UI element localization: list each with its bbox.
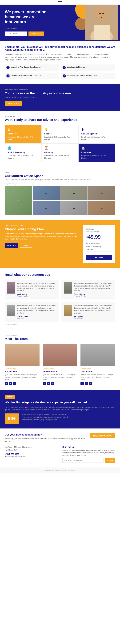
pricing-pre: Choose Your Pricing Plan: [5, 225, 80, 227]
facebook-icon-1[interactable]: f: [5, 382, 8, 385]
service-commerce[interactable]: ⊞ Commerce Sample text. Click to select …: [5, 125, 42, 144]
hero-email-input[interactable]: [5, 32, 27, 36]
contact-address: New York, 4456 Parker Rd, Allentown, New…: [5, 446, 58, 452]
cta-bottom: New York, 4456 Parker Rd, Allentown, New…: [5, 446, 115, 463]
team-socials-1: f t in: [5, 382, 40, 385]
intro-text: Lorem ipsum dolor sit amet, consectetur …: [5, 53, 115, 62]
service-risk[interactable]: ⚙ Risk Management Sample text. Click to …: [78, 125, 115, 144]
signup-desc: Actually, this is quite simple to achiev…: [62, 449, 115, 456]
team-desc-1: Quia amet hinci foram mistake and ac fri…: [5, 374, 40, 381]
testimonial-name-2: Frank Kinney: [74, 293, 113, 295]
testimonial-3: Proin sed libero enim sed faucibus turpi…: [5, 302, 59, 322]
cta-desc: Small or big, your business will love ou…: [5, 438, 87, 442]
gallery-placeholder-6: 📷: [73, 207, 75, 209]
team-photo-2: [43, 344, 78, 366]
mission-pre: Add more speed to your website: [5, 89, 115, 90]
testimonial-role-1: Creative leader: [17, 295, 56, 297]
twitter-icon-1[interactable]: t: [9, 382, 12, 385]
service-desc-3: Sample text. Click to select the Text El…: [81, 136, 112, 141]
buy-now-button[interactable]: BUY NOW: [86, 255, 112, 260]
about-desc: Lorem ipsum dolor sit amet consectetur a…: [5, 406, 115, 411]
team-desc-3: Quia amet hinci foram mistake and ac fri…: [80, 374, 115, 381]
gallery-img-6: 📷: [60, 201, 88, 215]
team-socials-2: f t in: [43, 382, 78, 385]
gallery-section: Gallery Our Modern Office Space Lorem ip…: [0, 167, 120, 220]
team-member-2: Creative leader Ann Richmond Quia amet h…: [43, 344, 78, 385]
service-audit[interactable]: 🌐 Audit & Accounting Sample text. Click …: [5, 144, 42, 162]
testimonial-name-4: Paul Smith: [74, 316, 113, 317]
what-we-do-heading: We're ready to share our advice and expe…: [5, 118, 115, 122]
checklist-label-4: Managing Your Career Development: [67, 74, 97, 76]
cta-heading: Get your free consultation now!: [5, 433, 87, 436]
what-we-do-section: What We Do We're ready to share our advi…: [0, 111, 120, 167]
gallery-image-label: Image from Freepik: [5, 183, 115, 185]
testimonial-4: Proin sed libero enim sed faucibus turpi…: [61, 302, 115, 322]
instagram-icon-2[interactable]: in: [51, 382, 54, 385]
about-stat-desc: Actually, this is quite simple to achiev…: [22, 414, 70, 421]
about-stat-number: 90+: [5, 414, 19, 424]
service-desc-5: Sample text. Click to select the Text El…: [44, 154, 76, 159]
service-desc-4: Sample text. Click to select the Text El…: [8, 154, 39, 159]
facebook-icon-2[interactable]: f: [43, 382, 46, 385]
instagram-icon-3[interactable]: in: [89, 382, 92, 385]
twitter-icon-2[interactable]: t: [47, 382, 50, 385]
team-section: Image from Freepik Meet The Team Creativ…: [0, 330, 120, 390]
gallery-pre: Gallery: [5, 172, 115, 174]
team-desc-2: Quia amet hinci foram mistake and ac fri…: [43, 374, 78, 381]
pricing-desc: Lorem ipsum dolor sit amet consectetur a…: [5, 233, 80, 240]
hero-person-illustration: [85, 5, 118, 40]
gallery-img-7: 📷: [88, 201, 115, 215]
pricing-tab-monthly[interactable]: MONTHLY: [5, 243, 18, 248]
pricing-card-subtitle: Monthly Package: [86, 231, 112, 232]
cta-button[interactable]: FREE CONSULTATION: [90, 433, 115, 438]
signup-form: SUBMIT: [62, 458, 115, 463]
menu-bar: [0, 0, 120, 5]
about-stat-block: 90+ Actually, this is quite simple to ac…: [5, 414, 115, 424]
signup-email-input[interactable]: [62, 458, 104, 463]
gallery-img-4: 📷: [88, 186, 115, 200]
marketing-icon: ⏳: [44, 146, 76, 150]
check-icon-3: [6, 74, 10, 78]
signup-section: Sign me up! Actually, this is quite simp…: [62, 446, 115, 463]
testimonial-1: Proin sed libero enim sed faucibus turpi…: [5, 280, 59, 300]
pricing-tab-yearly[interactable]: YEARLY: [20, 243, 32, 248]
testimonial-content-3: Proin sed libero enim sed faucibus turpi…: [17, 304, 56, 319]
pricing-left: Choose Your Pricing Plan Choose Your Pri…: [5, 225, 80, 248]
hero-contact-button[interactable]: CONTACT US: [28, 32, 44, 36]
about-button[interactable]: ABOUT: [5, 395, 15, 398]
service-marketing[interactable]: ⏳ Marketing Sample text. Click to select…: [42, 144, 78, 162]
instagram-icon-1[interactable]: in: [13, 382, 16, 385]
hero-text-block: We power innovation because we are innov…: [5, 10, 53, 36]
gallery-img-2: 📷: [33, 186, 60, 200]
intro-section: Small or big, your business will love ou…: [0, 41, 120, 84]
gallery-placeholder-2: 📷: [45, 192, 47, 194]
service-experience[interactable]: 🏠 Experience Sample text. Click to selec…: [78, 144, 115, 162]
mission-section: Add more speed to your website Your succ…: [0, 84, 120, 111]
testimonial-role-2: Financial Director: [74, 295, 113, 297]
mission-heading: Your success in the industry is our miss…: [5, 92, 115, 95]
testimonial-avatar-3: [7, 304, 15, 316]
testimonial-avatar-4: [64, 304, 72, 316]
team-photo-3: [80, 344, 115, 366]
svg-point-5: [102, 13, 104, 14]
footer-bottom: Copyright 2024. Click to Select the Text…: [0, 468, 120, 473]
pricing-currency: $: [86, 235, 88, 238]
testimonial-name-1: Jack Almela: [17, 293, 56, 295]
menu-icon[interactable]: [58, 1, 62, 3]
cta-left: Get your free consultation now! Small or…: [5, 433, 87, 442]
hero-section: We power innovation because we are innov…: [0, 5, 120, 41]
testimonials-heading: Read what our customers say: [5, 273, 115, 276]
twitter-icon-3[interactable]: t: [85, 382, 88, 385]
team-name-1: Mary Brown: [5, 370, 40, 373]
team-grid: Creative leader Mary Brown Quia amet hin…: [5, 344, 115, 385]
signup-submit-button[interactable]: SUBMIT: [105, 458, 115, 463]
checklist-item-3: Harvard Business School Collection: [5, 73, 59, 79]
svg-point-1: [94, 7, 109, 22]
pricing-amount: 49.99: [88, 234, 101, 240]
facebook-icon-3[interactable]: f: [80, 382, 84, 385]
checklist-label-2: Leading with Finance: [67, 66, 85, 68]
testimonial-name-3: Stella Larsen: [17, 316, 56, 317]
read-more-button[interactable]: READ MORE: [5, 101, 22, 106]
service-finance[interactable]: 💡 Finance Sample text. Click to select t…: [42, 125, 78, 144]
testimonial-avatar-1: [7, 282, 15, 294]
